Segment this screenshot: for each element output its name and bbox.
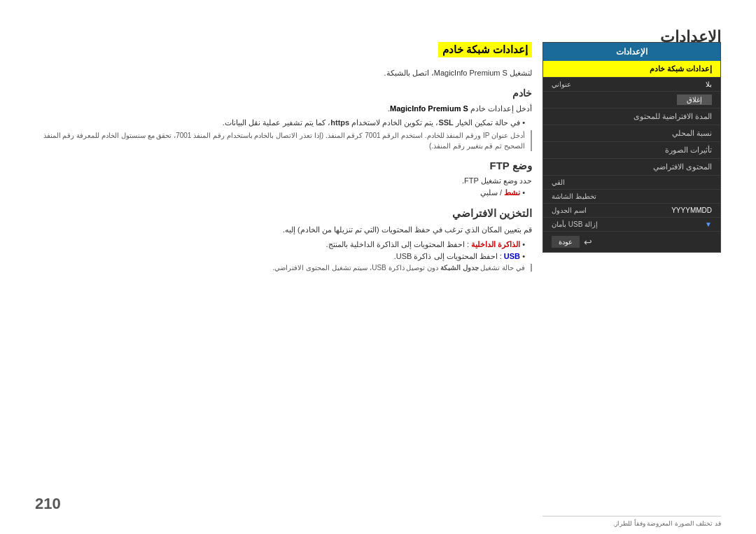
server-note: أدخل عنوان IP ورقم المنفذ للخادم. استخدم… <box>35 130 532 151</box>
settings-row-layout: تخطيط الشاشة <box>543 190 720 204</box>
panel-header: الإعدادات <box>543 43 720 61</box>
page-number: 210 <box>35 495 61 513</box>
settings-row-qi: القي <box>543 176 720 190</box>
ftp-active: نشط <box>504 188 520 197</box>
usb-label: USB <box>504 252 520 260</box>
schedule-label: اسم الجدول <box>552 206 587 214</box>
panel-caption: قد تختلف الصورة المعروضة وفقاً للطراز. <box>542 516 721 527</box>
server-sub-title: خادم <box>35 87 532 99</box>
ftp-status: نشط / سلبي <box>35 188 532 197</box>
close-button[interactable]: إغلاق <box>677 94 712 105</box>
internal-memory-label: الذاكرة الداخلية <box>471 240 520 248</box>
ftp-passive: سلبي <box>480 188 498 197</box>
usb-remove-label: إزالة USB بأمان <box>552 220 598 228</box>
menu-item-server-settings[interactable]: إعدادات شبكة خادم <box>543 61 720 78</box>
settings-row-usb: ▼ إزالة USB بأمان <box>543 218 720 232</box>
server-intro: لتشغيل MagicInfo Premium S، اتصل بالشبكة… <box>35 69 532 78</box>
internal-memory-desc: : احفظ المحتويات إلى الذاكرة الداخلية با… <box>326 240 469 248</box>
menu-item-virtual-content[interactable]: المحتوى الافتراضي <box>543 159 720 176</box>
settings-row-schedule: YYYYMMDD اسم الجدول <box>543 204 720 218</box>
address-value: بلا <box>706 80 712 88</box>
ftp-desc: حدد وضع تشغيل FTP. <box>35 176 532 185</box>
page: 210 الإعدادات إعدادات شبكة خادم لتشغيل M… <box>0 0 756 534</box>
menu-item-content-duration[interactable]: المدة الافتراضية للمحتوى <box>543 108 720 125</box>
server-desc: أدخل إعدادات خادم MagicInfo Premium S. <box>35 103 532 115</box>
storage-title: التخزين الافتراضي <box>35 207 532 220</box>
qi-label: القي <box>552 178 565 186</box>
ftp-title: وضع FTP <box>35 160 532 172</box>
storage-note: في حالة تشغيل جدول الشبكة دون توصيل ذاكر… <box>35 264 532 272</box>
schedule-value: YYYYMMDD <box>671 206 712 214</box>
back-button[interactable]: عودة <box>552 236 580 248</box>
server-settings-title: إعدادات شبكة خادم <box>438 42 532 57</box>
ftp-separator: / <box>498 188 502 197</box>
usb-remove-value: ▼ <box>705 220 712 228</box>
menu-item-local-ratio[interactable]: نسبة المحلي <box>543 125 720 142</box>
storage-bullet-usb: USB : احفظ المحتويات إلى ذاكرة USB. <box>35 252 532 261</box>
layout-label: تخطيط الشاشة <box>552 192 596 200</box>
ssl-bullet: في حالة تمكين الخيار SSL، يتم تكوين الخا… <box>35 118 532 127</box>
address-label: عنواني <box>552 80 571 88</box>
settings-nav: ↩ عودة <box>543 232 720 252</box>
usb-desc: : احفظ المحتويات إلى ذاكرة USB. <box>394 252 502 260</box>
menu-item-image-effects[interactable]: تأثيرات الصورة <box>543 142 720 159</box>
storage-desc: قم بتعيين المكان الذي ترغب في حفظ المحتو… <box>35 224 532 237</box>
settings-panel: الإعدادات إعدادات شبكة خادم بلا عنواني إ… <box>542 42 721 253</box>
back-arrow-icon: ↩ <box>584 237 592 248</box>
content-area: إعدادات شبكة خادم لتشغيل MagicInfo Premi… <box>35 42 532 274</box>
settings-row-address: بلا عنواني <box>543 78 720 92</box>
close-btn-row: إغلاق <box>543 92 720 108</box>
storage-bullet-internal: الذاكرة الداخلية : احفظ المحتويات إلى ال… <box>35 240 532 249</box>
